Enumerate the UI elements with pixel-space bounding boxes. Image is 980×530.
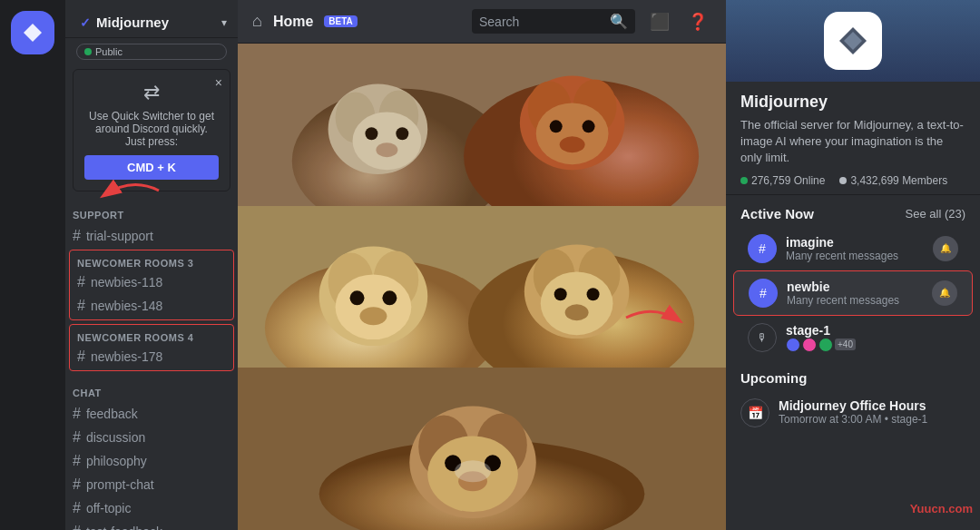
hash-icon: # — [73, 228, 81, 244]
verified-icon: ✓ — [80, 15, 91, 30]
see-all-link[interactable]: See all (23) — [906, 207, 965, 221]
home-icon: ⌂ — [252, 12, 262, 31]
participant-count: +40 — [835, 339, 856, 350]
stage1-avatar: 🎙 — [748, 323, 777, 352]
midjourney-server-icon[interactable] — [11, 11, 54, 54]
imagine-avatar: # — [748, 234, 777, 263]
hash-icon: # — [73, 406, 81, 422]
sidebar-header: ✓ Midjourney ▾ — [65, 0, 238, 38]
svg-rect-45 — [238, 368, 726, 530]
online-stat: 276,759 Online — [740, 174, 825, 187]
server-info: Midjourney The official server for Midjo… — [726, 82, 980, 195]
channel-discussion[interactable]: # discussion — [65, 426, 238, 449]
channel-trial-support[interactable]: # trial-support — [65, 224, 238, 248]
search-box[interactable]: 🔍 — [472, 9, 635, 34]
stage1-info: stage-1 +40 — [786, 323, 958, 352]
chat-section-label[interactable]: CHAT — [65, 373, 238, 402]
active-channel-imagine[interactable]: # imagine Many recent messages 🔔 — [733, 227, 973, 270]
monitor-icon[interactable]: ⬛ — [646, 8, 673, 35]
channel-test-feedback[interactable]: # test-feedback — [65, 520, 238, 530]
hash-icon: # — [73, 476, 81, 493]
newbie-info: newbie Many recent messages — [787, 280, 923, 307]
server-description: The official server for Midjourney, a te… — [740, 117, 965, 167]
server-name: Midjourney — [740, 93, 965, 112]
calendar-icon: 📅 — [740, 398, 769, 427]
newcomer4-label: NEWCOMER ROOMS 4 — [70, 327, 233, 345]
channel-sidebar: ✓ Midjourney ▾ Public × ⇄ Use Quick Swit… — [65, 0, 238, 530]
members-stat: 3,432,699 Members — [839, 174, 947, 187]
upcoming-event-1[interactable]: 📅 Midjourney Office Hours Tomorrow at 3:… — [726, 391, 980, 435]
imagine-info: imagine Many recent messages — [786, 235, 924, 262]
upcoming-event-info: Midjourney Office Hours Tomorrow at 3:00… — [779, 398, 965, 426]
upcoming-header: Upcoming — [726, 359, 980, 391]
quick-switcher-description: Use Quick Switcher to get around Discord… — [84, 110, 219, 148]
server-stats: 276,759 Online 3,432,699 Members — [740, 174, 965, 187]
chevron-down-icon[interactable]: ▾ — [221, 16, 227, 29]
svg-point-33 — [587, 288, 600, 300]
hash-icon: # — [760, 286, 767, 300]
search-icon: 🔍 — [610, 13, 628, 30]
channel-newbies-178[interactable]: # newbies-178 — [70, 345, 233, 368]
hash-icon: # — [759, 241, 766, 256]
quick-switcher-popup: × ⇄ Use Quick Switcher to get around Dis… — [73, 69, 230, 191]
dog-image-2 — [238, 206, 726, 368]
help-icon[interactable]: ❓ — [684, 8, 711, 35]
search-input[interactable] — [479, 15, 604, 29]
page-title: Home — [273, 14, 313, 30]
online-dot — [84, 48, 92, 55]
hash-icon: # — [77, 348, 85, 365]
svg-point-25 — [382, 290, 397, 305]
svg-point-34 — [565, 304, 589, 320]
channel-philosophy[interactable]: # philosophy — [65, 449, 238, 473]
participant-avatar-2 — [802, 338, 817, 352]
newcomer3-label: NEWCOMER ROOMS 3 — [70, 252, 233, 270]
topbar: ⌂ Home BETA 🔍 ⬛ ❓ — [238, 0, 726, 44]
upcoming-section: Upcoming 📅 Midjourney Office Hours Tomor… — [726, 359, 980, 442]
support-section-label[interactable]: SUPPORT — [65, 195, 238, 224]
upcoming-title: Upcoming — [740, 370, 807, 386]
online-dot — [740, 177, 748, 184]
image-grid — [238, 44, 726, 530]
right-panel: Midjourney The official server for Midjo… — [726, 0, 980, 530]
hash-icon: # — [73, 524, 81, 530]
dog-image-3 — [238, 368, 726, 530]
hash-icon: # — [73, 500, 81, 516]
active-channel-newbie[interactable]: # newbie Many recent messages 🔔 — [733, 270, 973, 316]
svg-rect-17 — [238, 44, 726, 206]
channel-prompt-chat[interactable]: # prompt-chat — [65, 473, 238, 496]
main-content: ⌂ Home BETA 🔍 ⬛ ❓ — [238, 0, 726, 530]
newbie-avatar: # — [749, 279, 778, 308]
server-banner — [726, 0, 980, 82]
channel-newbies-148[interactable]: # newbies-148 — [70, 294, 233, 318]
participant-avatar-1 — [786, 338, 800, 352]
hash-icon: # — [77, 298, 85, 314]
hash-icon: # — [73, 429, 81, 446]
active-now-title: Active Now — [740, 206, 814, 221]
svg-point-31 — [541, 271, 613, 335]
newbie-badge: 🔔 — [932, 280, 957, 306]
server-logo — [824, 12, 882, 70]
active-now-header: Active Now See all (23) — [726, 195, 980, 227]
active-channel-stage1[interactable]: 🎙 stage-1 +40 — [733, 316, 973, 359]
svg-point-24 — [350, 290, 365, 305]
svg-point-32 — [554, 288, 567, 300]
svg-point-26 — [360, 307, 387, 325]
beta-badge: BETA — [324, 15, 357, 27]
server-sidebar — [0, 0, 65, 530]
channel-off-topic[interactable]: # off-topic — [65, 496, 238, 520]
dog-image-1 — [238, 44, 726, 206]
channel-newbies-118[interactable]: # newbies-118 — [70, 270, 233, 294]
server-title: ✓ Midjourney — [80, 15, 169, 30]
stage-participants: +40 — [786, 338, 856, 352]
imagine-badge: 🔔 — [933, 236, 958, 261]
members-dot — [839, 177, 847, 184]
hash-icon: # — [73, 453, 81, 469]
hash-icon: # — [77, 274, 85, 290]
close-icon[interactable]: × — [215, 75, 222, 90]
newcomer-rooms-4-group: NEWCOMER ROOMS 4 # newbies-178 — [69, 324, 234, 371]
participant-avatar-3 — [818, 338, 833, 352]
channel-feedback[interactable]: # feedback — [65, 402, 238, 426]
public-badge: Public — [76, 44, 227, 60]
newcomer-rooms-3-group: NEWCOMER ROOMS 3 # newbies-118 # newbies… — [69, 250, 234, 320]
cmd-k-button[interactable]: CMD + K — [84, 155, 219, 180]
